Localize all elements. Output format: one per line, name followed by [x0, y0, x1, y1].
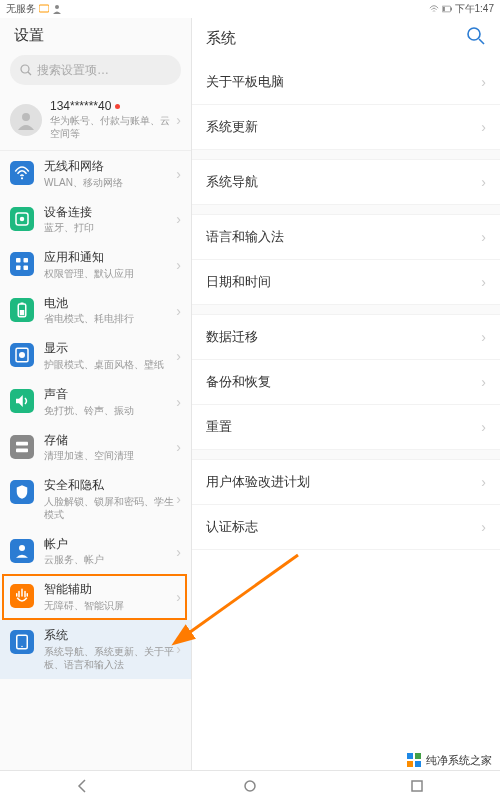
search-placeholder: 搜索设置项… [37, 62, 109, 79]
sidebar-item-sound[interactable]: 声音免打扰、铃声、振动› [0, 379, 191, 425]
detail-item[interactable]: 语言和输入法› [192, 215, 500, 260]
sidebar-item-label: 声音 [44, 387, 176, 403]
account-row[interactable]: 134******40 华为帐号、付款与账单、云空间等 › [0, 93, 191, 151]
svg-line-26 [479, 39, 484, 44]
detail-item[interactable]: 日期和时间› [192, 260, 500, 305]
detail-title: 系统 [206, 29, 236, 48]
nav-recent[interactable] [402, 771, 432, 801]
detail-item[interactable]: 系统导航› [192, 160, 500, 205]
sidebar-item-label: 存储 [44, 433, 176, 449]
chevron-right-icon: › [481, 419, 486, 435]
svg-rect-31 [415, 761, 421, 767]
search-input[interactable]: 搜索设置项… [10, 55, 181, 85]
chevron-right-icon: › [481, 119, 486, 135]
message-icon [39, 4, 49, 14]
sidebar-item-sub: 云服务、帐户 [44, 553, 176, 566]
detail-item-label: 系统导航 [206, 173, 258, 191]
detail-item[interactable]: 备份和恢复› [192, 360, 500, 405]
svg-rect-29 [415, 753, 421, 759]
sidebar-item-device[interactable]: 设备连接蓝牙、打印› [0, 197, 191, 243]
wifi-icon [429, 4, 439, 14]
chevron-right-icon: › [481, 474, 486, 490]
sidebar-item-security[interactable]: 安全和隐私人脸解锁、锁屏和密码、学生模式› [0, 470, 191, 529]
sidebar-item-system[interactable]: 系统系统导航、系统更新、关于平板、语言和输入法› [0, 620, 191, 679]
nav-back[interactable] [68, 771, 98, 801]
section-spacer [192, 305, 500, 315]
svg-rect-12 [24, 258, 29, 263]
nav-bar [0, 770, 500, 800]
detail-item-label: 系统更新 [206, 118, 258, 136]
section-spacer [192, 450, 500, 460]
svg-point-1 [55, 5, 59, 9]
chevron-right-icon: › [176, 439, 181, 455]
time-label: 下午1:47 [455, 2, 494, 16]
no-service-label: 无服务 [6, 2, 36, 16]
sidebar-item-label: 系统 [44, 628, 176, 644]
sidebar-item-label: 应用和通知 [44, 250, 176, 266]
svg-rect-11 [16, 258, 21, 263]
svg-rect-13 [16, 266, 21, 271]
sidebar-item-sub: 清理加速、空间清理 [44, 449, 176, 462]
detail-item-label: 日期和时间 [206, 273, 271, 291]
chevron-right-icon: › [176, 257, 181, 273]
settings-sidebar: 设置 搜索设置项… 134******40 华为帐号、付款与账单、云空间等 › … [0, 18, 192, 800]
sidebar-item-storage[interactable]: 存储清理加速、空间清理› [0, 425, 191, 471]
svg-point-25 [468, 28, 480, 40]
chevron-right-icon: › [176, 394, 181, 410]
status-bar: 无服务 下午1:47 [0, 0, 500, 18]
sidebar-item-wifi[interactable]: 无线和网络WLAN、移动网络› [0, 151, 191, 197]
chevron-right-icon: › [176, 112, 181, 128]
svg-rect-17 [20, 310, 25, 315]
svg-point-10 [20, 216, 25, 221]
chevron-right-icon: › [176, 303, 181, 319]
search-icon [20, 64, 32, 76]
sidebar-item-battery[interactable]: 电池省电模式、耗电排行› [0, 288, 191, 334]
user-icon [52, 4, 62, 14]
sidebar-item-sub: WLAN、移动网络 [44, 176, 176, 189]
sidebar-item-label: 显示 [44, 341, 176, 357]
chevron-right-icon: › [176, 641, 181, 657]
sidebar-item-label: 帐户 [44, 537, 176, 553]
chevron-right-icon: › [481, 74, 486, 90]
search-icon[interactable] [466, 26, 486, 50]
svg-point-32 [245, 781, 255, 791]
detail-item[interactable]: 系统更新› [192, 105, 500, 150]
chevron-right-icon: › [176, 348, 181, 364]
detail-item-label: 数据迁移 [206, 328, 258, 346]
nav-home[interactable] [235, 771, 265, 801]
notification-dot [115, 104, 120, 109]
sidebar-item-sub: 省电模式、耗电排行 [44, 312, 176, 325]
svg-point-8 [21, 177, 23, 179]
chevron-right-icon: › [176, 211, 181, 227]
detail-item[interactable]: 重置› [192, 405, 500, 450]
detail-item[interactable]: 用户体验改进计划› [192, 460, 500, 505]
svg-rect-28 [407, 753, 413, 759]
sidebar-item-assist[interactable]: 智能辅助无障碍、智能识屏› [0, 574, 191, 620]
svg-rect-3 [442, 7, 444, 11]
svg-rect-14 [24, 266, 29, 271]
detail-item-label: 认证标志 [206, 518, 258, 536]
sidebar-item-sub: 蓝牙、打印 [44, 221, 176, 234]
sidebar-item-label: 无线和网络 [44, 159, 176, 175]
detail-item[interactable]: 认证标志› [192, 505, 500, 550]
detail-item-label: 语言和输入法 [206, 228, 284, 246]
sidebar-item-sub: 免打扰、铃声、振动 [44, 404, 176, 417]
detail-item[interactable]: 数据迁移› [192, 315, 500, 360]
account-sub: 华为帐号、付款与账单、云空间等 [50, 114, 176, 140]
detail-item-label: 用户体验改进计划 [206, 473, 310, 491]
settings-title: 设置 [0, 18, 191, 55]
watermark-logo [406, 752, 422, 768]
detail-item-label: 重置 [206, 418, 232, 436]
detail-panel: 系统 关于平板电脑›系统更新›系统导航›语言和输入法›日期和时间›数据迁移›备份… [192, 18, 500, 800]
sidebar-item-apps[interactable]: 应用和通知权限管理、默认应用› [0, 242, 191, 288]
detail-item-label: 关于平板电脑 [206, 73, 284, 91]
apps-icon [10, 252, 34, 276]
chevron-right-icon: › [481, 174, 486, 190]
svg-rect-0 [39, 5, 49, 12]
detail-item[interactable]: 关于平板电脑› [192, 60, 500, 105]
sidebar-item-sub: 无障碍、智能识屏 [44, 599, 176, 612]
svg-point-24 [21, 646, 23, 648]
chevron-right-icon: › [481, 374, 486, 390]
sidebar-item-account[interactable]: 帐户云服务、帐户› [0, 529, 191, 575]
sidebar-item-display[interactable]: 显示护眼模式、桌面风格、壁纸› [0, 333, 191, 379]
